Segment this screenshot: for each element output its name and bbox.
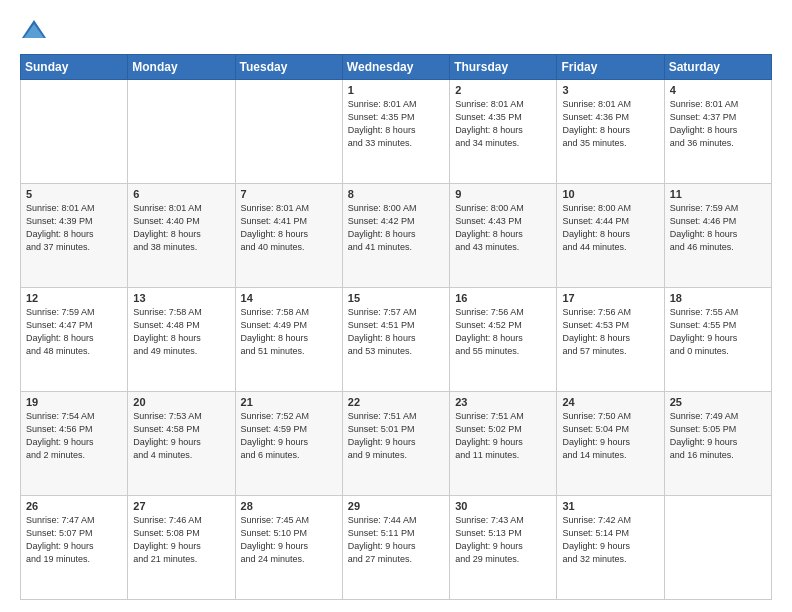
day-number: 12: [26, 292, 122, 304]
header: [20, 16, 772, 44]
day-info: Sunrise: 7:43 AM Sunset: 5:13 PM Dayligh…: [455, 514, 551, 566]
day-info: Sunrise: 7:56 AM Sunset: 4:53 PM Dayligh…: [562, 306, 658, 358]
day-number: 20: [133, 396, 229, 408]
day-info: Sunrise: 7:42 AM Sunset: 5:14 PM Dayligh…: [562, 514, 658, 566]
day-number: 1: [348, 84, 444, 96]
day-info: Sunrise: 8:01 AM Sunset: 4:40 PM Dayligh…: [133, 202, 229, 254]
calendar-table: SundayMondayTuesdayWednesdayThursdayFrid…: [20, 54, 772, 600]
calendar-cell: 23Sunrise: 7:51 AM Sunset: 5:02 PM Dayli…: [450, 392, 557, 496]
weekday-header-friday: Friday: [557, 55, 664, 80]
day-info: Sunrise: 7:55 AM Sunset: 4:55 PM Dayligh…: [670, 306, 766, 358]
day-number: 2: [455, 84, 551, 96]
day-number: 17: [562, 292, 658, 304]
calendar-cell: [235, 80, 342, 184]
calendar-cell: 12Sunrise: 7:59 AM Sunset: 4:47 PM Dayli…: [21, 288, 128, 392]
day-info: Sunrise: 8:01 AM Sunset: 4:35 PM Dayligh…: [348, 98, 444, 150]
weekday-header-thursday: Thursday: [450, 55, 557, 80]
calendar-cell: 20Sunrise: 7:53 AM Sunset: 4:58 PM Dayli…: [128, 392, 235, 496]
day-info: Sunrise: 8:01 AM Sunset: 4:37 PM Dayligh…: [670, 98, 766, 150]
calendar-cell: [21, 80, 128, 184]
logo: [20, 16, 52, 44]
calendar-cell: 5Sunrise: 8:01 AM Sunset: 4:39 PM Daylig…: [21, 184, 128, 288]
day-info: Sunrise: 7:57 AM Sunset: 4:51 PM Dayligh…: [348, 306, 444, 358]
day-number: 26: [26, 500, 122, 512]
calendar-cell: 25Sunrise: 7:49 AM Sunset: 5:05 PM Dayli…: [664, 392, 771, 496]
day-number: 30: [455, 500, 551, 512]
calendar-cell: 26Sunrise: 7:47 AM Sunset: 5:07 PM Dayli…: [21, 496, 128, 600]
day-info: Sunrise: 8:00 AM Sunset: 4:43 PM Dayligh…: [455, 202, 551, 254]
day-info: Sunrise: 7:59 AM Sunset: 4:47 PM Dayligh…: [26, 306, 122, 358]
calendar-cell: 15Sunrise: 7:57 AM Sunset: 4:51 PM Dayli…: [342, 288, 449, 392]
day-number: 6: [133, 188, 229, 200]
weekday-header-wednesday: Wednesday: [342, 55, 449, 80]
day-number: 14: [241, 292, 337, 304]
weekday-header-row: SundayMondayTuesdayWednesdayThursdayFrid…: [21, 55, 772, 80]
calendar-cell: [128, 80, 235, 184]
day-info: Sunrise: 7:58 AM Sunset: 4:48 PM Dayligh…: [133, 306, 229, 358]
calendar-cell: 19Sunrise: 7:54 AM Sunset: 4:56 PM Dayli…: [21, 392, 128, 496]
calendar-cell: [664, 496, 771, 600]
day-info: Sunrise: 7:58 AM Sunset: 4:49 PM Dayligh…: [241, 306, 337, 358]
calendar-cell: 3Sunrise: 8:01 AM Sunset: 4:36 PM Daylig…: [557, 80, 664, 184]
day-info: Sunrise: 7:49 AM Sunset: 5:05 PM Dayligh…: [670, 410, 766, 462]
day-number: 15: [348, 292, 444, 304]
day-number: 29: [348, 500, 444, 512]
calendar-cell: 2Sunrise: 8:01 AM Sunset: 4:35 PM Daylig…: [450, 80, 557, 184]
weekday-header-tuesday: Tuesday: [235, 55, 342, 80]
week-row-2: 5Sunrise: 8:01 AM Sunset: 4:39 PM Daylig…: [21, 184, 772, 288]
calendar-cell: 4Sunrise: 8:01 AM Sunset: 4:37 PM Daylig…: [664, 80, 771, 184]
day-info: Sunrise: 7:45 AM Sunset: 5:10 PM Dayligh…: [241, 514, 337, 566]
day-number: 7: [241, 188, 337, 200]
day-info: Sunrise: 7:50 AM Sunset: 5:04 PM Dayligh…: [562, 410, 658, 462]
day-info: Sunrise: 8:00 AM Sunset: 4:42 PM Dayligh…: [348, 202, 444, 254]
day-number: 9: [455, 188, 551, 200]
day-number: 8: [348, 188, 444, 200]
calendar-cell: 7Sunrise: 8:01 AM Sunset: 4:41 PM Daylig…: [235, 184, 342, 288]
day-info: Sunrise: 8:01 AM Sunset: 4:35 PM Dayligh…: [455, 98, 551, 150]
day-number: 23: [455, 396, 551, 408]
day-info: Sunrise: 8:01 AM Sunset: 4:41 PM Dayligh…: [241, 202, 337, 254]
day-info: Sunrise: 7:44 AM Sunset: 5:11 PM Dayligh…: [348, 514, 444, 566]
calendar-cell: 14Sunrise: 7:58 AM Sunset: 4:49 PM Dayli…: [235, 288, 342, 392]
day-number: 11: [670, 188, 766, 200]
calendar-cell: 30Sunrise: 7:43 AM Sunset: 5:13 PM Dayli…: [450, 496, 557, 600]
week-row-3: 12Sunrise: 7:59 AM Sunset: 4:47 PM Dayli…: [21, 288, 772, 392]
day-number: 21: [241, 396, 337, 408]
day-info: Sunrise: 7:51 AM Sunset: 5:01 PM Dayligh…: [348, 410, 444, 462]
day-number: 24: [562, 396, 658, 408]
calendar-cell: 21Sunrise: 7:52 AM Sunset: 4:59 PM Dayli…: [235, 392, 342, 496]
day-number: 5: [26, 188, 122, 200]
day-info: Sunrise: 7:52 AM Sunset: 4:59 PM Dayligh…: [241, 410, 337, 462]
day-number: 22: [348, 396, 444, 408]
week-row-1: 1Sunrise: 8:01 AM Sunset: 4:35 PM Daylig…: [21, 80, 772, 184]
calendar-cell: 9Sunrise: 8:00 AM Sunset: 4:43 PM Daylig…: [450, 184, 557, 288]
day-number: 28: [241, 500, 337, 512]
calendar-cell: 27Sunrise: 7:46 AM Sunset: 5:08 PM Dayli…: [128, 496, 235, 600]
week-row-4: 19Sunrise: 7:54 AM Sunset: 4:56 PM Dayli…: [21, 392, 772, 496]
day-info: Sunrise: 7:51 AM Sunset: 5:02 PM Dayligh…: [455, 410, 551, 462]
day-info: Sunrise: 8:00 AM Sunset: 4:44 PM Dayligh…: [562, 202, 658, 254]
calendar-cell: 28Sunrise: 7:45 AM Sunset: 5:10 PM Dayli…: [235, 496, 342, 600]
day-info: Sunrise: 7:53 AM Sunset: 4:58 PM Dayligh…: [133, 410, 229, 462]
calendar-cell: 29Sunrise: 7:44 AM Sunset: 5:11 PM Dayli…: [342, 496, 449, 600]
day-info: Sunrise: 7:46 AM Sunset: 5:08 PM Dayligh…: [133, 514, 229, 566]
day-number: 31: [562, 500, 658, 512]
day-info: Sunrise: 8:01 AM Sunset: 4:36 PM Dayligh…: [562, 98, 658, 150]
day-number: 25: [670, 396, 766, 408]
day-number: 18: [670, 292, 766, 304]
calendar-cell: 6Sunrise: 8:01 AM Sunset: 4:40 PM Daylig…: [128, 184, 235, 288]
calendar-cell: 22Sunrise: 7:51 AM Sunset: 5:01 PM Dayli…: [342, 392, 449, 496]
calendar-cell: 18Sunrise: 7:55 AM Sunset: 4:55 PM Dayli…: [664, 288, 771, 392]
calendar-cell: 17Sunrise: 7:56 AM Sunset: 4:53 PM Dayli…: [557, 288, 664, 392]
weekday-header-monday: Monday: [128, 55, 235, 80]
weekday-header-saturday: Saturday: [664, 55, 771, 80]
calendar-cell: 8Sunrise: 8:00 AM Sunset: 4:42 PM Daylig…: [342, 184, 449, 288]
day-number: 3: [562, 84, 658, 96]
day-number: 16: [455, 292, 551, 304]
day-info: Sunrise: 7:59 AM Sunset: 4:46 PM Dayligh…: [670, 202, 766, 254]
page: SundayMondayTuesdayWednesdayThursdayFrid…: [0, 0, 792, 612]
calendar-cell: 11Sunrise: 7:59 AM Sunset: 4:46 PM Dayli…: [664, 184, 771, 288]
weekday-header-sunday: Sunday: [21, 55, 128, 80]
calendar-cell: 16Sunrise: 7:56 AM Sunset: 4:52 PM Dayli…: [450, 288, 557, 392]
calendar-cell: 31Sunrise: 7:42 AM Sunset: 5:14 PM Dayli…: [557, 496, 664, 600]
